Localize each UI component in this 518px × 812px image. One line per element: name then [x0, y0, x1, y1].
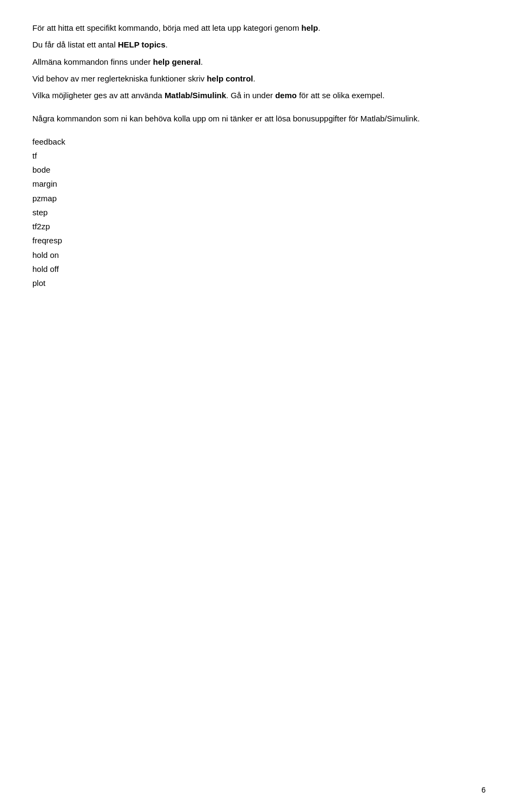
command-feedback: feedback — [32, 135, 486, 149]
paragraph-2: Du får då listat ett antal HELP topics. — [32, 38, 486, 51]
page-content: För att hitta ett specifikt kommando, bö… — [0, 0, 518, 323]
command-freqresp: freqresp — [32, 234, 486, 248]
command-pzmap: pzmap — [32, 192, 486, 206]
command-bode: bode — [32, 163, 486, 177]
command-tf2zp: tf2zp — [32, 220, 486, 234]
page-number: 6 — [481, 784, 486, 796]
body-text: Några kommandon som ni kan behöva kolla … — [32, 112, 486, 125]
paragraph-3: Allmäna kommandon finns under help gener… — [32, 56, 486, 68]
command-step: step — [32, 206, 486, 220]
command-hold-off: hold off — [32, 262, 486, 276]
command-plot: plot — [32, 276, 486, 290]
paragraph-4: Vid behov av mer reglertekniska funktion… — [32, 72, 486, 85]
command-tf: tf — [32, 149, 486, 163]
commands-list: feedback tf bode margin pzmap step tf2zp… — [32, 135, 486, 291]
command-margin: margin — [32, 177, 486, 191]
command-hold-on: hold on — [32, 248, 486, 262]
body-paragraph: Några kommandon som ni kan behöva kolla … — [32, 112, 486, 125]
paragraph-1: För att hitta ett specifikt kommando, bö… — [32, 22, 486, 34]
intro-paragraphs: För att hitta ett specifikt kommando, bö… — [32, 22, 486, 101]
paragraph-5: Vilka möjligheter ges av att använda Mat… — [32, 89, 486, 101]
